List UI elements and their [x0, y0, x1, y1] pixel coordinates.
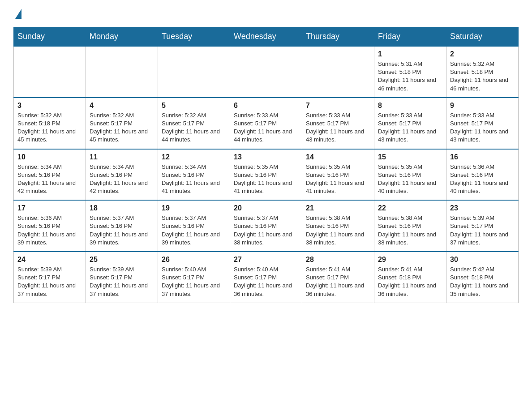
calendar-cell: 28Sunrise: 5:41 AM Sunset: 5:17 PM Dayli… — [302, 252, 374, 303]
week-row-3: 10Sunrise: 5:34 AM Sunset: 5:16 PM Dayli… — [14, 149, 519, 201]
day-number: 11 — [90, 153, 154, 161]
day-info: Sunrise: 5:36 AM Sunset: 5:16 PM Dayligh… — [17, 214, 82, 247]
calendar-cell: 2Sunrise: 5:32 AM Sunset: 5:18 PM Daylig… — [446, 46, 519, 98]
day-info: Sunrise: 5:37 AM Sunset: 5:16 PM Dayligh… — [234, 214, 298, 247]
day-number: 10 — [17, 153, 82, 161]
day-info: Sunrise: 5:35 AM Sunset: 5:16 PM Dayligh… — [306, 163, 370, 196]
day-info: Sunrise: 5:34 AM Sunset: 5:16 PM Dayligh… — [17, 163, 82, 196]
day-info: Sunrise: 5:33 AM Sunset: 5:17 PM Dayligh… — [306, 111, 370, 144]
calendar-cell: 21Sunrise: 5:38 AM Sunset: 5:16 PM Dayli… — [302, 200, 374, 252]
day-number: 3 — [17, 102, 82, 110]
calendar-cell: 17Sunrise: 5:36 AM Sunset: 5:16 PM Dayli… — [14, 200, 86, 252]
day-number: 24 — [17, 256, 82, 264]
day-info: Sunrise: 5:37 AM Sunset: 5:16 PM Dayligh… — [90, 214, 154, 247]
day-number: 7 — [306, 102, 370, 110]
calendar-cell — [14, 46, 86, 98]
day-number: 21 — [306, 204, 370, 212]
day-number: 18 — [90, 204, 154, 212]
calendar-cell: 6Sunrise: 5:33 AM Sunset: 5:17 PM Daylig… — [230, 98, 302, 149]
weekday-header-thursday: Thursday — [302, 27, 374, 47]
day-info: Sunrise: 5:36 AM Sunset: 5:16 PM Dayligh… — [450, 163, 515, 196]
calendar-cell — [86, 46, 158, 98]
week-row-1: 1Sunrise: 5:31 AM Sunset: 5:18 PM Daylig… — [14, 46, 519, 98]
weekday-header-row: SundayMondayTuesdayWednesdayThursdayFrid… — [14, 27, 519, 47]
calendar-cell: 23Sunrise: 5:39 AM Sunset: 5:17 PM Dayli… — [446, 200, 519, 252]
day-number: 19 — [162, 204, 226, 212]
day-number: 5 — [162, 102, 226, 110]
calendar-cell: 5Sunrise: 5:32 AM Sunset: 5:17 PM Daylig… — [158, 98, 230, 149]
day-info: Sunrise: 5:41 AM Sunset: 5:18 PM Dayligh… — [378, 265, 442, 298]
calendar-cell: 18Sunrise: 5:37 AM Sunset: 5:16 PM Dayli… — [86, 200, 158, 252]
calendar-cell: 3Sunrise: 5:32 AM Sunset: 5:18 PM Daylig… — [14, 98, 86, 149]
calendar-cell: 26Sunrise: 5:40 AM Sunset: 5:17 PM Dayli… — [158, 252, 230, 303]
weekday-header-friday: Friday — [374, 27, 446, 47]
weekday-header-saturday: Saturday — [446, 27, 519, 47]
day-number: 30 — [450, 256, 515, 264]
day-info: Sunrise: 5:39 AM Sunset: 5:17 PM Dayligh… — [17, 265, 82, 298]
day-info: Sunrise: 5:42 AM Sunset: 5:18 PM Dayligh… — [450, 265, 515, 298]
calendar-cell: 10Sunrise: 5:34 AM Sunset: 5:16 PM Dayli… — [14, 149, 86, 201]
day-number: 17 — [17, 204, 82, 212]
calendar-cell: 30Sunrise: 5:42 AM Sunset: 5:18 PM Dayli… — [446, 252, 519, 303]
calendar-cell: 25Sunrise: 5:39 AM Sunset: 5:17 PM Dayli… — [86, 252, 158, 303]
day-number: 28 — [306, 256, 370, 264]
day-number: 20 — [234, 204, 298, 212]
calendar-cell — [158, 46, 230, 98]
day-number: 22 — [378, 204, 442, 212]
week-row-5: 24Sunrise: 5:39 AM Sunset: 5:17 PM Dayli… — [14, 252, 519, 303]
calendar-cell: 19Sunrise: 5:37 AM Sunset: 5:16 PM Dayli… — [158, 200, 230, 252]
day-info: Sunrise: 5:38 AM Sunset: 5:16 PM Dayligh… — [378, 214, 442, 247]
calendar-cell — [302, 46, 374, 98]
calendar-cell: 12Sunrise: 5:34 AM Sunset: 5:16 PM Dayli… — [158, 149, 230, 201]
day-info: Sunrise: 5:33 AM Sunset: 5:17 PM Dayligh… — [378, 111, 442, 144]
day-number: 16 — [450, 153, 515, 161]
day-info: Sunrise: 5:35 AM Sunset: 5:16 PM Dayligh… — [378, 163, 442, 196]
day-number: 4 — [90, 102, 154, 110]
day-info: Sunrise: 5:39 AM Sunset: 5:17 PM Dayligh… — [450, 214, 515, 247]
calendar-table: SundayMondayTuesdayWednesdayThursdayFrid… — [13, 27, 519, 303]
day-number: 14 — [306, 153, 370, 161]
day-info: Sunrise: 5:39 AM Sunset: 5:17 PM Dayligh… — [90, 265, 154, 298]
calendar-cell: 15Sunrise: 5:35 AM Sunset: 5:16 PM Dayli… — [374, 149, 446, 201]
day-info: Sunrise: 5:33 AM Sunset: 5:17 PM Dayligh… — [234, 111, 298, 144]
calendar-cell: 7Sunrise: 5:33 AM Sunset: 5:17 PM Daylig… — [302, 98, 374, 149]
day-info: Sunrise: 5:40 AM Sunset: 5:17 PM Dayligh… — [234, 265, 298, 298]
day-number: 1 — [378, 50, 442, 58]
day-info: Sunrise: 5:32 AM Sunset: 5:18 PM Dayligh… — [17, 111, 82, 144]
calendar-cell: 14Sunrise: 5:35 AM Sunset: 5:16 PM Dayli… — [302, 149, 374, 201]
day-number: 23 — [450, 204, 515, 212]
day-number: 29 — [378, 256, 442, 264]
day-info: Sunrise: 5:31 AM Sunset: 5:18 PM Dayligh… — [378, 60, 442, 93]
day-number: 2 — [450, 50, 515, 58]
week-row-2: 3Sunrise: 5:32 AM Sunset: 5:18 PM Daylig… — [14, 98, 519, 149]
day-number: 25 — [90, 256, 154, 264]
weekday-header-sunday: Sunday — [14, 27, 86, 47]
day-number: 15 — [378, 153, 442, 161]
day-number: 6 — [234, 102, 298, 110]
day-number: 8 — [378, 102, 442, 110]
day-info: Sunrise: 5:34 AM Sunset: 5:16 PM Dayligh… — [90, 163, 154, 196]
calendar-cell — [230, 46, 302, 98]
weekday-header-wednesday: Wednesday — [230, 27, 302, 47]
calendar-cell: 1Sunrise: 5:31 AM Sunset: 5:18 PM Daylig… — [374, 46, 446, 98]
calendar-cell: 8Sunrise: 5:33 AM Sunset: 5:17 PM Daylig… — [374, 98, 446, 149]
day-info: Sunrise: 5:35 AM Sunset: 5:16 PM Dayligh… — [234, 163, 298, 196]
day-info: Sunrise: 5:41 AM Sunset: 5:17 PM Dayligh… — [306, 265, 370, 298]
calendar-cell: 29Sunrise: 5:41 AM Sunset: 5:18 PM Dayli… — [374, 252, 446, 303]
weekday-header-tuesday: Tuesday — [158, 27, 230, 47]
calendar-cell: 11Sunrise: 5:34 AM Sunset: 5:16 PM Dayli… — [86, 149, 158, 201]
calendar-cell: 24Sunrise: 5:39 AM Sunset: 5:17 PM Dayli… — [14, 252, 86, 303]
day-info: Sunrise: 5:37 AM Sunset: 5:16 PM Dayligh… — [162, 214, 226, 247]
logo — [13, 9, 21, 18]
day-number: 26 — [162, 256, 226, 264]
day-info: Sunrise: 5:40 AM Sunset: 5:17 PM Dayligh… — [162, 265, 226, 298]
day-info: Sunrise: 5:34 AM Sunset: 5:16 PM Dayligh… — [162, 163, 226, 196]
calendar-cell: 13Sunrise: 5:35 AM Sunset: 5:16 PM Dayli… — [230, 149, 302, 201]
day-info: Sunrise: 5:33 AM Sunset: 5:17 PM Dayligh… — [450, 111, 515, 144]
logo-triangle-icon — [15, 9, 21, 19]
calendar-cell: 16Sunrise: 5:36 AM Sunset: 5:16 PM Dayli… — [446, 149, 519, 201]
calendar-cell: 20Sunrise: 5:37 AM Sunset: 5:16 PM Dayli… — [230, 200, 302, 252]
day-info: Sunrise: 5:32 AM Sunset: 5:17 PM Dayligh… — [162, 111, 226, 144]
week-row-4: 17Sunrise: 5:36 AM Sunset: 5:16 PM Dayli… — [14, 200, 519, 252]
calendar-cell: 4Sunrise: 5:32 AM Sunset: 5:17 PM Daylig… — [86, 98, 158, 149]
